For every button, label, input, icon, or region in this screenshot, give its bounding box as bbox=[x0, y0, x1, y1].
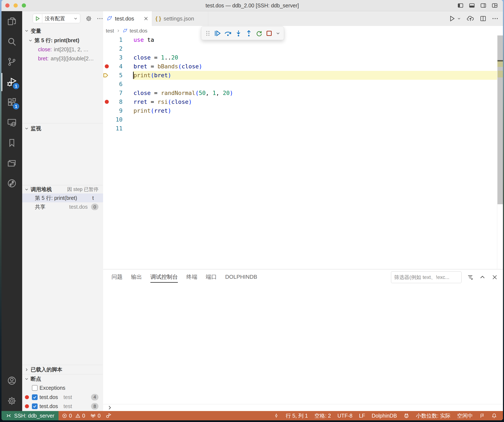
commit-icon[interactable] bbox=[274, 413, 279, 418]
code-line[interactable]: 6 bbox=[103, 80, 503, 89]
gutter[interactable] bbox=[103, 106, 110, 115]
debug-config-dropdown[interactable]: 没有配置 bbox=[33, 14, 80, 23]
tab-settings-json[interactable]: { } settings.json bbox=[152, 11, 208, 26]
code-line[interactable]: 11 bbox=[103, 124, 503, 133]
gutter[interactable] bbox=[103, 44, 110, 53]
feedback-icon[interactable] bbox=[480, 413, 485, 418]
idle-status[interactable]: 空闲中 bbox=[457, 412, 473, 419]
step-into-button[interactable] bbox=[234, 29, 242, 37]
close-window-button[interactable] bbox=[5, 3, 10, 8]
gutter[interactable] bbox=[103, 115, 110, 124]
upload-icon[interactable] bbox=[467, 15, 474, 22]
toggle-sidebar-icon[interactable] bbox=[457, 2, 464, 9]
exceptions-checkbox[interactable] bbox=[32, 385, 38, 391]
toggle-panel-icon[interactable] bbox=[469, 2, 475, 9]
call-stack-thread[interactable]: 共享 test.dos 0 bbox=[22, 202, 103, 211]
minimize-window-button[interactable] bbox=[13, 3, 18, 8]
breakpoint-checkbox[interactable] bbox=[32, 394, 38, 400]
panel-tab-端口[interactable]: 端口 bbox=[206, 272, 217, 283]
code-line[interactable]: 3close = 1..20 bbox=[103, 53, 503, 62]
step-out-button[interactable] bbox=[245, 29, 253, 37]
more-actions-icon[interactable] bbox=[97, 15, 103, 22]
code-line[interactable]: 5print(bret) bbox=[103, 71, 503, 80]
split-editor-icon[interactable] bbox=[480, 15, 486, 22]
section-loaded-scripts[interactable]: 已载入的脚本 bbox=[22, 365, 103, 374]
decimals-setting[interactable]: 小数位数: 实际 bbox=[416, 412, 450, 419]
call-stack-frame[interactable]: 第 5 行: print(bret) t bbox=[22, 193, 103, 202]
encoding[interactable]: UTF-8 bbox=[337, 413, 353, 419]
cursor-position[interactable]: 行 5, 列 1 bbox=[286, 412, 308, 419]
close-tab-icon[interactable] bbox=[144, 16, 149, 21]
code-line[interactable]: 7close = randNormal(50, 1, 20) bbox=[103, 89, 503, 98]
tab-test-dos[interactable]: test.dos bbox=[103, 11, 152, 26]
section-call-stack[interactable]: 调用堆栈 因 step 已暂停 bbox=[22, 185, 103, 193]
variable-row[interactable]: close: int[20]([1, 2, … bbox=[22, 45, 103, 54]
language-mode[interactable]: DolphinDB bbox=[372, 413, 397, 419]
variable-row[interactable]: bret: any[3]([double[2… bbox=[22, 54, 103, 63]
close-panel-icon[interactable] bbox=[492, 274, 498, 281]
panel-tab-问题[interactable]: 问题 bbox=[112, 272, 122, 283]
breakpoint-exceptions-row[interactable]: Exceptions bbox=[22, 383, 103, 393]
eol[interactable]: LF bbox=[359, 413, 365, 419]
ports-status[interactable]: 0 bbox=[90, 413, 101, 419]
sidebar-item-source-control[interactable] bbox=[1, 52, 22, 72]
customize-layout-icon[interactable] bbox=[492, 2, 498, 9]
panel-tab-终端[interactable]: 终端 bbox=[186, 272, 197, 283]
code-editor[interactable]: 1use ta23close = 1..204bret = bBands(clo… bbox=[103, 35, 503, 269]
code-line[interactable]: 10 bbox=[103, 115, 503, 124]
debug-console-input[interactable] bbox=[103, 404, 503, 411]
dolphindb-icon[interactable] bbox=[403, 413, 409, 419]
breakpoint-row[interactable]: test.dos test 8 bbox=[22, 402, 103, 411]
code-line[interactable]: 4bret = bBands(close) bbox=[103, 62, 503, 71]
code-line[interactable]: 2 bbox=[103, 44, 503, 53]
sidebar-item-network[interactable] bbox=[1, 173, 22, 193]
sidebar-item-bookmarks[interactable] bbox=[1, 133, 22, 153]
maximize-panel-icon[interactable] bbox=[479, 274, 486, 281]
sidebar-item-extensions[interactable]: 1 bbox=[1, 92, 22, 112]
sidebar-item-run-debug[interactable]: 1 bbox=[1, 72, 22, 92]
gutter[interactable] bbox=[103, 53, 110, 62]
debug-status-icon[interactable] bbox=[106, 413, 112, 419]
section-variables[interactable]: 变量 bbox=[22, 26, 103, 36]
gutter[interactable] bbox=[103, 89, 110, 98]
chevron-down-icon[interactable] bbox=[276, 31, 281, 36]
maximize-window-button[interactable] bbox=[22, 3, 26, 8]
settings-gear-icon[interactable] bbox=[1, 391, 22, 411]
current-line-marker-icon[interactable] bbox=[103, 71, 110, 80]
notifications-bell-icon[interactable] bbox=[491, 413, 497, 419]
breadcrumb[interactable]: test test.dos bbox=[103, 26, 503, 35]
panel-tab-输出[interactable]: 输出 bbox=[131, 272, 142, 283]
run-file-button[interactable] bbox=[449, 15, 461, 22]
toggle-secondary-sidebar-icon[interactable] bbox=[480, 2, 486, 9]
continue-button[interactable] bbox=[214, 29, 222, 37]
gutter[interactable] bbox=[103, 124, 110, 133]
debug-console-filter-input[interactable]: 筛选器(例如 text、!exc... bbox=[391, 271, 462, 283]
section-watch[interactable]: 监视 bbox=[22, 123, 103, 133]
variables-scope-row[interactable]: 第 5 行: print(bret) bbox=[22, 36, 103, 45]
more-actions-icon[interactable] bbox=[492, 15, 498, 22]
panel-tab-调试控制台[interactable]: 调试控制台 bbox=[150, 272, 178, 283]
indentation[interactable]: 空格: 2 bbox=[315, 412, 331, 419]
gutter[interactable] bbox=[103, 35, 110, 44]
stop-button[interactable] bbox=[265, 29, 273, 37]
remote-indicator[interactable]: SSH: ddb_server bbox=[1, 411, 59, 420]
sidebar-item-search[interactable] bbox=[1, 31, 22, 52]
section-breakpoints[interactable]: 断点 bbox=[22, 374, 103, 383]
sidebar-item-folders[interactable] bbox=[1, 153, 22, 173]
code-line[interactable]: 1use ta bbox=[103, 35, 503, 44]
drag-handle-icon[interactable] bbox=[205, 30, 211, 36]
step-over-button[interactable] bbox=[224, 29, 232, 37]
editor-scrollbar[interactable] bbox=[497, 35, 503, 269]
problems-status[interactable]: 0 0 bbox=[62, 413, 85, 419]
breakpoint-checkbox[interactable] bbox=[32, 404, 38, 409]
sidebar-item-remote-explorer[interactable] bbox=[1, 112, 22, 133]
start-debug-icon[interactable] bbox=[33, 14, 42, 23]
restart-button[interactable] bbox=[255, 29, 263, 37]
code-line[interactable]: 8rret = rsi(close) bbox=[103, 98, 503, 106]
breakpoint-row[interactable]: test.dos test 4 bbox=[22, 393, 103, 402]
debug-settings-gear-icon[interactable] bbox=[85, 15, 92, 22]
accounts-icon[interactable] bbox=[1, 370, 22, 391]
breakpoint-icon[interactable] bbox=[103, 98, 110, 106]
gutter[interactable] bbox=[103, 80, 110, 89]
filter-icon[interactable] bbox=[467, 274, 473, 281]
